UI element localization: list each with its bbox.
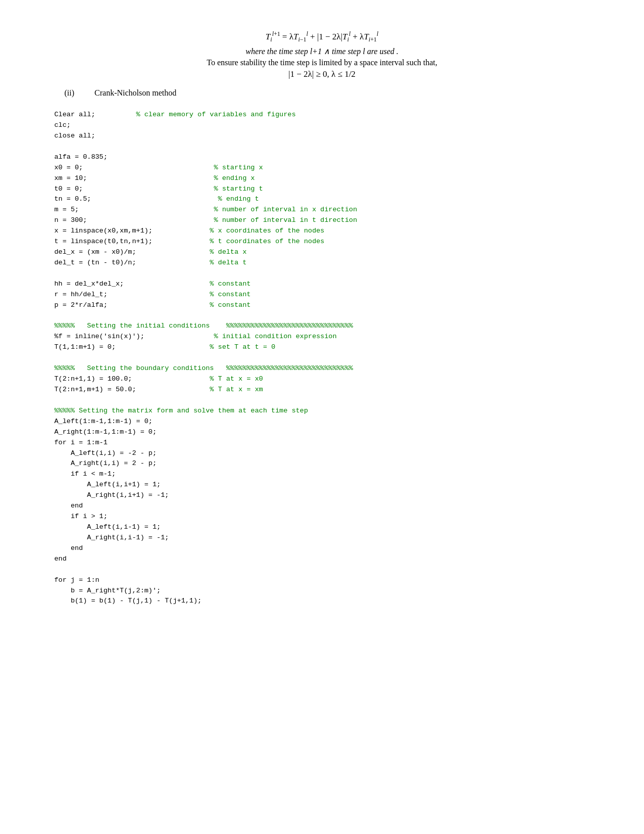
code-comment-15: % constant bbox=[210, 280, 251, 288]
code-comment-21: % T at x = xm bbox=[210, 386, 263, 393]
code-line-17: p = 2*r/alfa; bbox=[55, 301, 210, 309]
code-line-10: n = 300; bbox=[55, 216, 214, 224]
code-line-11: x = linspace(x0,xm,m+1); bbox=[55, 227, 210, 235]
code-comment-12: % t coordinates of the nodes bbox=[210, 238, 324, 245]
code-comment-11: % x coordinates of the nodes bbox=[210, 227, 324, 235]
code-line-2: clc; bbox=[55, 121, 71, 129]
code-for-j: for j = 1:n bbox=[55, 576, 100, 584]
timestep-note: where the time step l+1 ∧ time step l ar… bbox=[44, 47, 600, 56]
code-line-24: A_left(i,i) = -2 - p; bbox=[55, 449, 157, 457]
code-comment-16: % constant bbox=[210, 291, 251, 298]
code-line-31: A_left(i,i-1) = 1; bbox=[55, 523, 161, 531]
code-comment-5: % starting x bbox=[214, 164, 263, 171]
code-comment-14: % delta t bbox=[210, 259, 246, 266]
code-line-32: A_right(i,i-1) = -1; bbox=[55, 534, 169, 541]
code-comment-18: % initial condition expression bbox=[214, 333, 336, 340]
code-line-3: close all; bbox=[55, 132, 95, 140]
code-line-21: T(2:n+1,m+1) = 50.0; bbox=[55, 386, 210, 393]
code-line-6: xm = 10; bbox=[55, 174, 214, 182]
section-number: (ii) bbox=[65, 88, 75, 98]
code-line-16: r = hh/del_t; bbox=[55, 291, 210, 298]
code-for-i: for i = 1:m-1 bbox=[55, 439, 108, 446]
code-line-18: %f = inline('sin(x)'); bbox=[55, 333, 214, 340]
code-comment-matrix: %%%%% Setting the matrix form and solve … bbox=[55, 407, 308, 414]
code-line-33: end bbox=[55, 544, 83, 552]
code-line-4: alfa = 0.835; bbox=[55, 153, 108, 161]
code-line-8: tn = 0.5; bbox=[55, 195, 218, 203]
code-line-9: m = 5; bbox=[55, 206, 214, 213]
code-line-23: A_right(1:m-1,1:m-1) = 0; bbox=[55, 428, 157, 436]
code-comment-6: % ending x bbox=[214, 174, 255, 182]
code-comment-ic: %%%%% Setting the initial conditions %%%… bbox=[55, 322, 353, 330]
code-line-28: A_right(i,i+1) = -1; bbox=[55, 491, 169, 499]
code-comment-1: % clear memory of variables and figures bbox=[136, 111, 296, 118]
stability-condition: |1 − 2λ| ≥ 0, λ ≤ 1/2 bbox=[44, 69, 600, 79]
code-comment-20: % T at x = x0 bbox=[210, 375, 263, 383]
code-line-27: A_left(i,i+1) = 1; bbox=[55, 481, 161, 488]
code-line-12: t = linspace(t0,tn,n+1); bbox=[55, 238, 210, 245]
code-line-1: Clear all; bbox=[55, 111, 136, 118]
code-line-5: x0 = 0; bbox=[55, 164, 214, 171]
section-header: (ii) Crank-Nicholson method bbox=[65, 88, 600, 98]
page-content: Til+1 = λTi−1l + |1 − 2λ|Til + λTi+1l wh… bbox=[44, 30, 600, 612]
code-comment-10: % number of interval in t direction bbox=[214, 216, 357, 224]
code-line-14: del_t = (tn - t0)/n; bbox=[55, 259, 210, 266]
code-comment-9: % number of interval in x direction bbox=[214, 206, 357, 213]
formula-section: Til+1 = λTi−1l + |1 − 2λ|Til + λTi+1l wh… bbox=[44, 30, 600, 79]
code-block: Clear all; % clear memory of variables a… bbox=[44, 105, 600, 612]
code-comment-17: % constant bbox=[210, 301, 251, 309]
main-equation: Til+1 = λTi−1l + |1 − 2λ|Til + λTi+1l bbox=[44, 30, 600, 43]
code-line-7: t0 = 0; bbox=[55, 185, 214, 193]
code-end-for-i: end bbox=[55, 555, 67, 563]
code-line-19: T(1,1:m+1) = 0; bbox=[55, 343, 210, 351]
code-line-25: A_right(i,i) = 2 - p; bbox=[55, 459, 157, 467]
code-comment-bc: %%%%% Setting the boundary conditions %%… bbox=[55, 364, 353, 372]
section-title: Crank-Nicholson method bbox=[94, 88, 176, 98]
code-line-22: A_left(1:m-1,1:m-1) = 0; bbox=[55, 418, 153, 425]
code-comment-13: % delta x bbox=[210, 248, 246, 256]
code-comment-8: % ending t bbox=[218, 195, 259, 203]
code-line-34: b = A_right*T(j,2:m)'; bbox=[55, 587, 161, 594]
stability-text: To ensure stability the time step is lim… bbox=[44, 58, 600, 67]
code-line-29: end bbox=[55, 502, 83, 509]
code-comment-7: % starting t bbox=[214, 185, 263, 193]
code-line-26: if i < m-1; bbox=[55, 470, 116, 478]
code-line-13: del_x = (xm - x0)/m; bbox=[55, 248, 210, 256]
code-comment-19: % set T at t = 0 bbox=[210, 343, 275, 351]
code-line-35: b(1) = b(1) - T(j,1) - T(j+1,1); bbox=[55, 597, 202, 605]
code-line-30: if i > 1; bbox=[55, 513, 108, 520]
code-line-15: hh = del_x*del_x; bbox=[55, 280, 210, 288]
code-line-20: T(2:n+1,1) = 100.0; bbox=[55, 375, 210, 383]
